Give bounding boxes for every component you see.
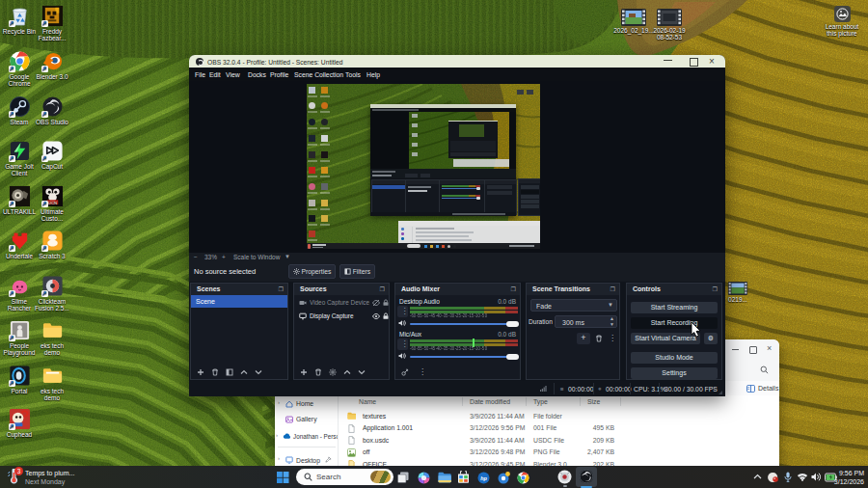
svg-text:UCN: UCN <box>47 201 56 205</box>
svg-text:hp: hp <box>480 474 487 480</box>
